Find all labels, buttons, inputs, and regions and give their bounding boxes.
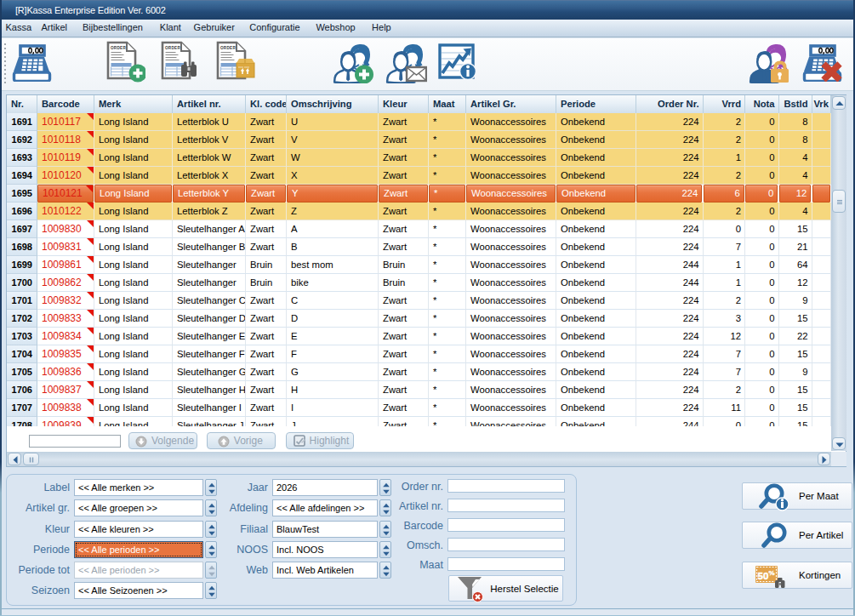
svg-text:50: 50 [758, 570, 769, 580]
svg-text:ORDER: ORDER [165, 46, 180, 50]
svg-text:%: % [769, 568, 775, 576]
svg-text:ORDER: ORDER [220, 46, 236, 50]
svg-text:ORDER: ORDER [111, 46, 126, 50]
